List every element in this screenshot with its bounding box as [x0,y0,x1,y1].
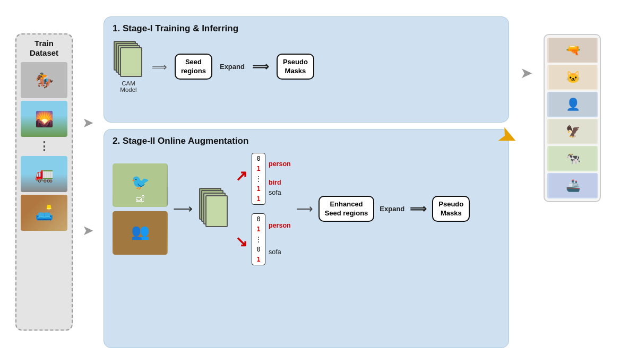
stage2-panel: 2. Stage-II Online Augmentation 🐦 🛋 [104,129,509,348]
vector-arrows-area: ↗ 0 1 ⋮ 1 1 person bird [235,153,291,265]
vector-box-2: 0 1 ⋮ 0 1 [252,213,265,265]
stage2-title: 2. Stage-II Online Augmentation [113,136,500,146]
lbl-sofa-2: sofa [269,247,291,257]
v1-colon: ⋮ [255,174,262,184]
thumb-gun-svg: 🔫 [549,38,597,62]
v1-1b: 1 [255,184,262,194]
pseudo-images-panel: 🔫 🐱 👤 [544,34,601,202]
scene-image-bird: 🐦 🛋 [113,163,168,207]
svg-text:🛋: 🛋 [136,194,144,203]
stage1-panel: 1. Stage-I Training & Inferring CAM Mode… [104,16,509,123]
enhanced-seed-box: EnhancedSeed regions [318,196,375,222]
arrow-images-to-cam2: ⟶ [173,201,193,217]
vector-row-1: ↗ 0 1 ⋮ 1 1 person bird [235,153,291,205]
svg-text:🐄: 🐄 [565,151,580,166]
lbl-empty-3 [269,239,291,247]
svg-text:🦅: 🦅 [565,124,580,138]
enhanced-seed-label: EnhancedSeed regions [325,200,368,217]
v1-0: 0 [255,154,262,163]
dataset-image-truck: 🚛 [21,156,67,192]
cam-model2-wrap [198,188,230,230]
stages-column: 1. Stage-I Training & Inferring CAM Mode… [104,16,509,348]
pseudo-thumb-cow: 🐄 [547,146,598,171]
v2-0: 0 [255,214,262,224]
vector-labels-2: person sofa [269,221,291,257]
layer-1 [120,47,142,77]
scene-bird-svg: 🐦 🛋 [114,163,167,207]
red-arrow-top: ↗ [235,169,247,184]
pseudo-thumb-person: 👤 [547,92,598,117]
dataset-image-landscape: 🌄 [21,101,67,137]
vector-box-1: 0 1 ⋮ 1 1 [252,153,265,205]
thumb-cow-svg: 🐄 [549,146,597,170]
dataset-dots: ⋮ [38,140,50,153]
vector-labels-1: person bird sofa [269,159,291,198]
cam2-layers-icon [198,188,230,230]
lbl-person-2: person [269,221,291,231]
v2-1: 1 [255,224,262,234]
lbl-empty-1 [269,170,291,177]
dataset-arrows-col: ➤ ➤ [75,16,101,348]
double-arrow-s2: ⟹ [410,202,427,216]
thumb-person-svg: 👤 [549,92,597,116]
cam2-layer1 [205,195,228,227]
pseudo-masks-box-s2: PseudoMasks [432,196,470,222]
arrow-to-stage1: ➤ [82,115,94,131]
stage1-body: CAM Model ⟹ Seedregions Expand ⟹ PseudoM… [113,38,500,96]
v2-colon: ⋮ [255,235,262,244]
svg-text:🚢: 🚢 [565,178,580,193]
red-arrow-bottom: ↘ [235,235,247,249]
arrow-cam-to-seed: ⟹ [152,60,167,73]
v1-1c: 1 [255,194,262,204]
train-dataset-panel: Train Dataset 🏇 🌄 ⋮ 🚛 🛋️ [15,33,73,331]
dataset-title: Train Dataset [30,39,58,58]
svg-text:🐦: 🐦 [131,174,150,191]
lbl-person-1: person [269,159,291,169]
pseudo-thumb-gun: 🔫 [547,38,598,63]
lbl-sofa-1: sofa [269,188,291,198]
thumb-bird-svg: 🦅 [549,119,597,143]
page-root: Train Dataset 🏇 🌄 ⋮ 🚛 🛋️ ➤ ➤ 1. Stage-I … [0,0,620,364]
v2-1b: 1 [255,255,262,264]
v2-0b: 0 [255,245,262,254]
lbl-empty-2 [269,231,291,239]
seed-regions-box: Seedregions [175,54,212,80]
svg-text:🐱: 🐱 [565,70,580,84]
expand-label-s1: Expand [220,63,245,71]
diagram-container: Train Dataset 🏇 🌄 ⋮ 🚛 🛋️ ➤ ➤ 1. Stage-I … [10,8,610,356]
cam-model-label: CAM Model [113,80,144,93]
double-arrow-s1: ⟹ [252,60,269,74]
thumb-cat-svg: 🐱 [549,65,597,89]
thumb-ship-svg: 🚢 [549,174,597,197]
outer-right-arrow-col: ➤ [512,16,541,348]
svg-text:🔫: 🔫 [565,43,580,57]
svg-text:👥: 👥 [131,223,150,240]
pseudo-masks-label-s2: PseudoMasks [438,200,463,217]
pseudo-thumb-bird: 🦅 [547,119,598,144]
arrow-to-enhanced-seed: ⟶ [296,202,313,216]
dataset-image-living: 🛋️ [21,195,67,231]
stage1-title: 1. Stage-I Training & Inferring [113,23,500,34]
svg-text:👤: 👤 [565,97,580,111]
stage2-body: 🐦 🛋 👥 ⟶ [113,151,500,267]
scene-sofa-svg: 👥 [114,211,167,255]
scene-image-sofa: 👥 [113,211,168,255]
lbl-bird-1: bird [269,178,291,188]
cam-layers-icon [113,41,144,78]
dataset-image-horse: 🏇 [21,62,67,98]
arrow-to-stage2: ➤ [82,222,94,239]
pseudo-thumb-ship: 🚢 [547,173,598,198]
pseudo-masks-box-s1: PseudoMasks [277,54,314,80]
stage1-to-right-arrow: ➤ [520,64,532,82]
pseudo-thumb-cat: 🐱 [547,65,598,90]
v1-1: 1 [255,164,262,174]
seed-regions-label: Seedregions [181,58,206,75]
pseudo-masks-label-s1: PseudoMasks [283,58,308,75]
vector-row-2: ↘ 0 1 ⋮ 0 1 person [235,213,291,265]
paired-images: 🐦 🛋 👥 [113,163,168,255]
right-panel: 🔫 🐱 👤 [544,16,605,348]
expand-label-s2: Expand [380,205,404,213]
cam-model-wrap: CAM Model [113,41,144,93]
